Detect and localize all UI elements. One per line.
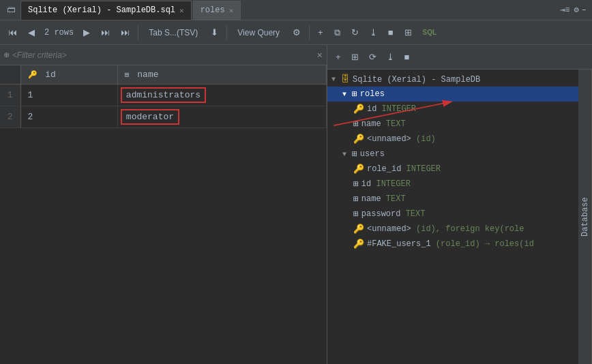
users-role_id-icon: 🔑 — [353, 164, 364, 175]
sql-button[interactable]: SQL — [419, 24, 441, 42]
next-row-button[interactable]: ▶ — [79, 24, 94, 42]
users-fake-icon: 🔑 — [353, 239, 364, 249]
db-sync-button[interactable]: ⟳ — [365, 48, 381, 66]
stop-button[interactable]: ■ — [384, 24, 398, 42]
id-column-label: id — [45, 70, 56, 80]
refresh-button[interactable]: ↻ — [347, 24, 363, 42]
users-name-icon: ⊞ — [353, 194, 359, 204]
db-import-button[interactable]: ⤓ — [383, 48, 398, 66]
data-table: 🔑 id ⊞ name 1 1 administrat — [0, 65, 327, 128]
import-button[interactable]: ⤓ — [366, 24, 381, 42]
duplicate-row-button[interactable]: ⧉ — [330, 24, 344, 42]
table-row[interactable]: 1 1 administrators — [0, 85, 327, 106]
db-add-button[interactable]: + — [331, 48, 345, 66]
view-query-label: View Query — [237, 28, 280, 37]
id-column-header[interactable]: 🔑 id — [20, 65, 117, 85]
roles-table-icon: ⊞ — [352, 89, 357, 100]
filter-clear-button[interactable]: ✕ — [317, 49, 323, 61]
roles-id-label: id INTEGER — [367, 104, 416, 114]
users-password-label: password TEXT — [361, 209, 426, 219]
extra-nav-button[interactable]: ⏭ — [117, 24, 134, 42]
id-key-icon: 🔑 — [28, 71, 38, 79]
users-label: users — [360, 149, 385, 159]
row-num-header — [0, 65, 20, 85]
row-count-label: 2 rows — [42, 28, 76, 37]
row-2-id[interactable]: 2 — [20, 106, 117, 128]
users-fake-label: #FAKE_users_1 (role_id) → roles(id — [367, 239, 534, 249]
users-name-label: name TEXT — [361, 194, 406, 204]
tree-item-users-unnamed[interactable]: 🔑 <unnamed> (id), foreign key(role — [327, 222, 578, 237]
right-panel-wrapper: + ⊞ ⟳ ⤓ ■ Database ▼ 🗄 Sqlite (Xerial) -… — [327, 45, 592, 364]
root-arrow: ▼ — [331, 76, 341, 83]
users-id-icon: ⊞ — [353, 179, 359, 189]
tree-item-roles-unnamed[interactable]: 🔑 <unnamed> (id) — [327, 132, 578, 147]
tree-item-users[interactable]: ▼ ⊞ users — [327, 147, 578, 162]
users-label-text: users — [360, 149, 385, 159]
separator-3 — [309, 26, 310, 40]
last-row-button[interactable]: ⏭ — [97, 24, 114, 42]
tab-sampledb[interactable]: Sqlite (Xerial) - SampleDB.sql ✕ — [20, 1, 192, 20]
filter-input[interactable] — [12, 50, 317, 60]
tree-item-users-fake[interactable]: 🔑 #FAKE_users_1 (role_id) → roles(id — [327, 237, 578, 252]
download-button[interactable]: ⬇ — [207, 24, 222, 42]
roles-arrow: ▼ — [342, 91, 352, 98]
roles-label: roles — [360, 89, 385, 99]
row-1-name[interactable]: administrators — [117, 85, 326, 106]
tab-sampledb-label: Sqlite (Xerial) - SampleDB.sql — [28, 5, 175, 15]
database-sidebar-label[interactable]: Database — [578, 70, 592, 364]
row-1-id[interactable]: 1 — [20, 85, 117, 106]
toolbar-settings-button[interactable]: ⚙ — [288, 24, 305, 42]
tab-roles-label: roles — [201, 5, 225, 15]
root-label-text: Sqlite (Xerial) - SampleDB — [353, 75, 480, 85]
tree-item-users-role_id[interactable]: 🔑 role_id INTEGER — [327, 162, 578, 177]
roles-name-label: name TEXT — [361, 119, 406, 129]
tree-item-roles-name[interactable]: ⊞ name TEXT — [327, 117, 578, 132]
prev-row-button[interactable]: ◀ — [24, 24, 39, 42]
users-unnamed-icon: 🔑 — [353, 224, 364, 234]
roles-name-icon: ⊞ — [353, 119, 359, 130]
row-num-1: 1 — [0, 85, 20, 106]
tab-tsv-button[interactable]: Tab S...(TSV) — [143, 24, 204, 42]
roles-unnamed-icon: 🔑 — [353, 134, 364, 145]
data-table-container: 🔑 id ⊞ name 1 1 administrat — [0, 65, 327, 364]
name-column-label: name — [137, 70, 158, 80]
tab-sampledb-close[interactable]: ✕ — [179, 6, 184, 15]
right-panel: Database ▼ 🗄 Sqlite (Xerial) - SampleDB … — [327, 70, 592, 364]
users-password-icon: ⊞ — [353, 209, 359, 219]
right-toolbar: + ⊞ ⟳ ⤓ ■ — [327, 45, 592, 70]
first-row-button[interactable]: ⏮ — [4, 24, 21, 42]
title-bar-minus[interactable]: – — [582, 5, 587, 15]
table-row[interactable]: 2 2 moderator — [0, 106, 327, 128]
name-column-header[interactable]: ⊞ name — [117, 65, 326, 85]
tree-item-users-id[interactable]: ⊞ id INTEGER — [327, 177, 578, 192]
roles-label-text: roles — [360, 89, 385, 99]
filter-bar: ⊕ ✕ — [0, 45, 327, 65]
tree-item-roles[interactable]: ▼ ⊞ roles — [327, 87, 578, 102]
tree-item-users-password[interactable]: ⊞ password TEXT — [327, 207, 578, 222]
root-db-icon: 🗄 — [341, 74, 350, 85]
database-label-text: Database — [580, 197, 590, 237]
roles-unnamed-label: <unnamed> (id) — [367, 134, 436, 144]
grid-view-button[interactable]: ⊞ — [400, 24, 416, 42]
tab-tsv-label: Tab S...(TSV) — [149, 28, 198, 37]
separator-2 — [226, 26, 227, 40]
database-tree: ▼ 🗄 Sqlite (Xerial) - SampleDB ▼ ⊞ roles — [327, 70, 578, 254]
add-row-button[interactable]: + — [314, 24, 327, 42]
main-toolbar: ⏮ ◀ 2 rows ▶ ⏭ ⏭ Tab S...(TSV) ⬇ View Qu… — [0, 20, 592, 45]
title-right-label: ⇥≡ — [560, 5, 569, 15]
db-stop-button[interactable]: ■ — [400, 48, 414, 66]
row-1-name-value: administrators — [121, 87, 206, 103]
main-content: ⊕ ✕ 🔑 id ⊞ name — [0, 45, 592, 364]
row-num-2: 2 — [0, 106, 20, 128]
tab-roles-close[interactable]: ✕ — [229, 6, 234, 15]
name-grid-icon: ⊞ — [125, 71, 130, 79]
view-query-button[interactable]: View Query — [231, 24, 286, 42]
left-panel: ⊕ ✕ 🔑 id ⊞ name — [0, 45, 327, 364]
tree-item-roles-id[interactable]: 🔑 id INTEGER — [327, 102, 578, 117]
tree-item-users-name[interactable]: ⊞ name TEXT — [327, 192, 578, 207]
tab-roles[interactable]: roles ✕ — [193, 1, 241, 20]
row-2-name[interactable]: moderator — [117, 106, 326, 128]
db-table-button[interactable]: ⊞ — [347, 48, 363, 66]
settings-gear[interactable]: ⚙ — [574, 5, 579, 15]
tree-root[interactable]: ▼ 🗄 Sqlite (Xerial) - SampleDB — [327, 72, 578, 87]
